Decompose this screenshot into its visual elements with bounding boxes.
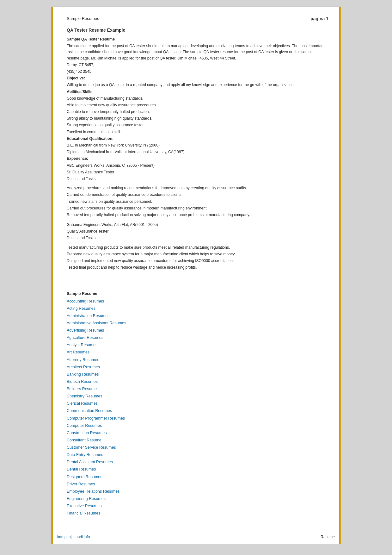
job-title: Sr. Quality Assurance Tester [67,169,325,175]
duty-item: Carried out procedures for quality assur… [67,205,325,211]
job-title: Quality Assurance Tester [67,228,325,234]
right-border-decoration [339,7,341,544]
link-item[interactable]: Accounting Resumes [67,298,325,305]
link-item[interactable]: Agriculture Resumes [67,334,325,341]
abilities-heading: Abilities/Skills: [67,89,325,95]
ability-item: Strong ability to maintaining high quali… [67,115,325,122]
left-border-decoration [51,7,53,544]
education-heading: Educational Qualification: [67,136,325,142]
education-item: Diploma in Mechanical from Valliant Inte… [67,149,325,155]
link-item[interactable]: Financial Resumes [67,510,325,517]
footer-label: Resume [321,535,335,539]
page-container: Sample Resumes pagina 1 QA Tester Resume… [51,6,341,544]
link-item[interactable]: Banking Resumes [67,371,325,378]
link-item[interactable]: Computer Resumes [67,422,325,429]
experience-heading: Experience: [67,156,325,162]
duty-item: Tested manufacturing products to make su… [67,245,325,251]
links-section: Sample Resume Accounting ResumesActing R… [67,290,325,517]
abilities-list: Good knowledge of manufacturing standard… [67,96,325,135]
link-item[interactable]: Consultant Resume [67,437,325,444]
ability-item: Capable to remove temporarily halted pro… [67,109,325,115]
link-item[interactable]: Executive Resumes [67,502,325,510]
link-item[interactable]: Dental Assistant Resumes [67,458,325,466]
footer-area: kampanjakoodi.info Resume [51,535,341,539]
resume-content: Sample QA Tester Resume The candidate ap… [67,36,325,271]
links-heading: Sample Resume [67,290,325,297]
footer-logo[interactable]: kampanjakoodi.info [57,535,90,539]
job-company: ABC Engineers Works, Ansonia, CT(2005 - … [67,163,325,169]
link-item[interactable]: Builders Resume [67,385,325,393]
link-item[interactable]: Employee Relations Resumes [67,488,325,495]
duties-heading: Duties and Tasks : [67,176,325,182]
link-item[interactable]: Clerical Resumes [67,400,325,407]
link-item[interactable]: Advertising Resumes [67,327,325,334]
link-item[interactable]: Designers Resumes [67,473,325,481]
duty-item: Designed and implemented new quality ass… [67,258,325,264]
duty-item: Prepared new quality assurance system fo… [67,251,325,257]
link-item[interactable]: Administrative Assistant Resumes [67,320,325,327]
page-header: Sample Resumes pagina 1 [64,16,328,21]
link-item[interactable]: Driver Resumes [67,481,325,488]
duty-item: Trained new staffs on quality assurance … [67,199,325,205]
header-title: Sample Resumes [67,16,99,21]
link-item[interactable]: Acting Resumes [67,305,325,312]
duty-item: Carried out demonstration of quality ass… [67,192,325,198]
main-section-title: QA Tester Resume Example [67,28,325,33]
ability-item: Strong experience as quality assurance t… [67,122,325,128]
link-item[interactable]: Architect Resumes [67,364,325,371]
resume-objective: Willing to do the job as a QA tester in … [67,82,325,88]
resume-address1: Derby, CT 5457, [67,62,325,68]
objective-heading: Objective: [67,75,325,81]
job-company: Gahanna Engineers Works, Ash Flat, AR(20… [67,222,325,228]
link-item[interactable]: Biotech Resumes [67,378,325,385]
content-area: QA Tester Resume Example Sample QA Teste… [64,28,328,517]
ability-item: Excellent in communication skill. [67,129,325,135]
link-item[interactable]: Data Entry Resumes [67,451,325,458]
link-item[interactable]: Computer Programmer Resumes [67,415,325,422]
link-item[interactable]: Communication Resumes [67,407,325,415]
jobs-list: ABC Engineers Works, Ansonia, CT(2005 - … [67,163,325,271]
resume-intro: The candidate applied for the post of QA… [67,43,325,61]
duty-item: Tested final product and help to reduce … [67,265,325,271]
link-item[interactable]: Analyst Resumes [67,341,325,349]
link-item[interactable]: Art Resumes [67,349,325,356]
duty-item: Removed temporarily halted production so… [67,212,325,218]
link-item[interactable]: Construction Resumes [67,429,325,437]
link-item[interactable]: Customer Service Resumes [67,444,325,451]
education-list: B.E. in Mechanical from New York Univers… [67,142,325,155]
education-item: B.E. in Mechanical from New York Univers… [67,142,325,148]
duties-heading: Duties and Tasks : [67,235,325,241]
links-list: Accounting ResumesActing ResumesAdminist… [67,298,325,517]
link-item[interactable]: Chemistry Resumes [67,393,325,400]
header-pagination: pagina 1 [310,16,328,21]
link-item[interactable]: Dental Resumes [67,466,325,473]
resume-address2: (435)452 3545. [67,69,325,75]
ability-item: Able to implement new quality assurance … [67,102,325,108]
link-item[interactable]: Engineering Resumes [67,495,325,502]
link-item[interactable]: Administration Resumes [67,312,325,320]
duty-item: Analyzed procedures and making recommend… [67,185,325,191]
ability-item: Good knowledge of manufacturing standard… [67,96,325,102]
link-item[interactable]: Attorney Resumes [67,356,325,364]
resume-title: Sample QA Tester Resume [67,36,325,42]
